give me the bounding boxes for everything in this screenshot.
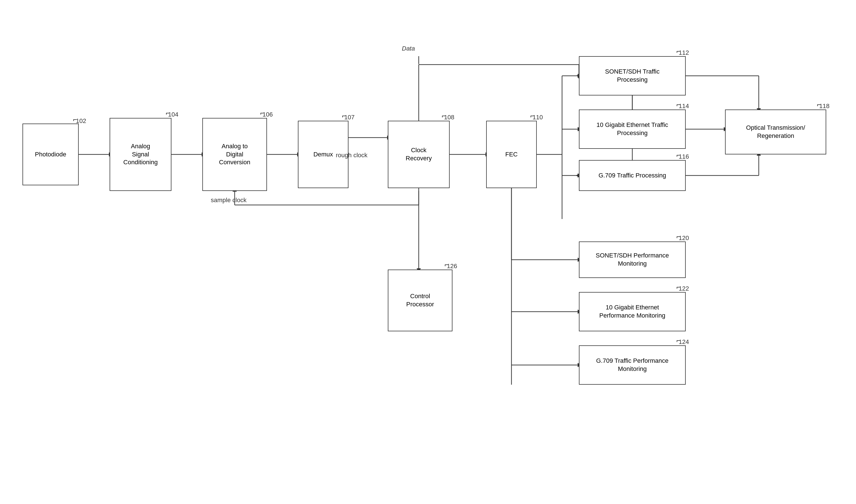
ref-114: 114 [679, 103, 689, 110]
block-control-proc: ControlProcessor [388, 270, 452, 331]
block-sonet-perf: SONET/SDH PerformanceMonitoring [579, 241, 686, 278]
block-sonet-traffic: SONET/SDH TrafficProcessing [579, 56, 686, 95]
ref-107: 107 [344, 114, 355, 121]
block-g709-traffic: G.709 Traffic Processing [579, 160, 686, 191]
block-analog-digital: Analog toDigitalConversion [202, 118, 267, 191]
label-data: Data [402, 45, 415, 52]
label-rough-clock: rough clock [336, 151, 368, 159]
block-clock-recovery: ClockRecovery [388, 121, 450, 188]
block-eth-traffic: 10 Gigabit Ethernet TrafficProcessing [579, 109, 686, 149]
block-photodiode: Photodiode [22, 124, 79, 185]
label-sample-clock: sample clock [211, 197, 246, 204]
ref-112: 112 [679, 49, 689, 56]
arrows-layer [0, 0, 856, 504]
ref-104: 104 [168, 111, 178, 118]
block-optical-regen: Optical Transmission/Regeneration [725, 109, 826, 155]
ref-118: 118 [819, 103, 829, 110]
ref-122: 122 [679, 285, 689, 292]
block-analog-signal: AnalogSignalConditioning [110, 118, 171, 191]
ref-108: 108 [444, 114, 454, 121]
block-eth-perf: 10 Gigabit EthernetPerformance Monitorin… [579, 292, 686, 331]
ref-126: 126 [447, 263, 457, 270]
ref-116: 116 [679, 153, 689, 160]
ref-110: 110 [532, 114, 543, 121]
block-g709-perf: G.709 Traffic PerformanceMonitoring [579, 345, 686, 385]
ref-124: 124 [679, 338, 689, 346]
ref-102: 102 [76, 118, 86, 125]
diagram: Photodiode 102 ⌐ AnalogSignalConditionin… [0, 0, 856, 504]
block-fec: FEC [486, 121, 537, 188]
ref-106: 106 [262, 111, 273, 118]
ref-120: 120 [679, 234, 689, 242]
